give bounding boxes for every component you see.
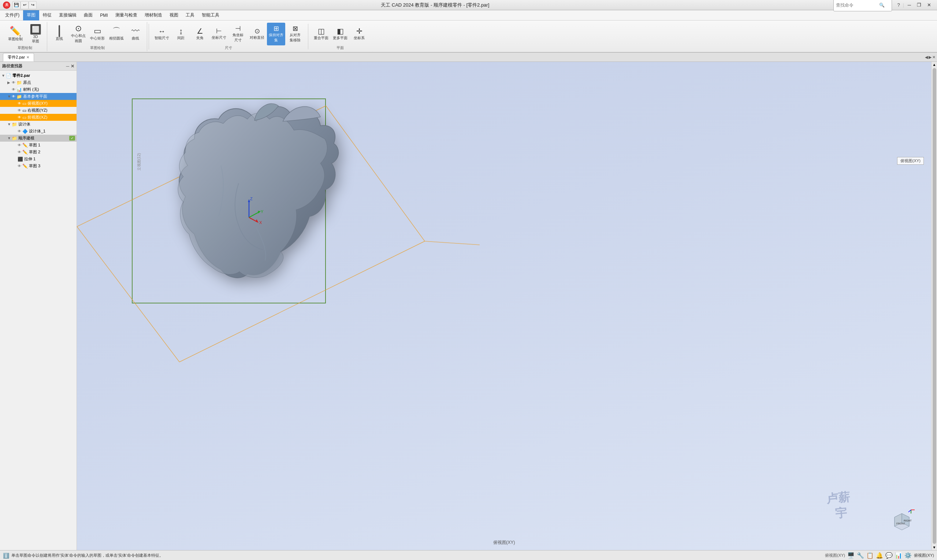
- app-icon: 天: [3, 2, 10, 9]
- ribbon-btn-coord-sys[interactable]: ✛ 坐标系: [350, 23, 368, 45]
- tab-next-btn[interactable]: ▶: [929, 55, 931, 60]
- ribbon-btn-remove-align[interactable]: ⊠ 从对齐集移除: [286, 23, 304, 45]
- eye-body1[interactable]: 👁: [18, 129, 21, 133]
- tree-item-xy-plane[interactable]: 👁 ▭ 俯视图(XY): [0, 100, 77, 107]
- tree-item-body1[interactable]: 👁 🔷 设计体_1: [0, 128, 77, 135]
- menu-tools[interactable]: 工具: [182, 10, 198, 20]
- sidebar-header: 路径查找器 ─ ✕: [0, 62, 77, 71]
- sys-icon-4[interactable]: 🔔: [876, 552, 883, 559]
- ribbon-btn-spacing[interactable]: ↨ 间距: [172, 23, 190, 45]
- tree-item-xz-plane[interactable]: 👁 ▭ 前视图(XZ): [0, 114, 77, 121]
- tree-item-sketch3[interactable]: 👁 ✏️ 草图 3: [0, 163, 77, 169]
- ribbon-btn-angular-coord[interactable]: ⊣ 角坐标尺寸: [229, 23, 247, 45]
- tab-prev-btn[interactable]: ◀: [925, 55, 928, 60]
- view-cube[interactable]: FRONT RIGHT: [887, 506, 917, 535]
- ribbon-btn-more-plane[interactable]: ◧ 更多平面: [331, 23, 349, 45]
- tree-item-extrude1[interactable]: ⬛ 拉伸 1: [0, 155, 77, 163]
- body1-icon: 🔷: [22, 129, 28, 134]
- tree-item-sketch1[interactable]: 👁 ✏️ 草图 1: [0, 142, 77, 149]
- eye-xy[interactable]: 👁: [18, 102, 21, 105]
- ribbon-btn-coincide-plane[interactable]: ◫ 重合平面: [312, 23, 330, 45]
- eye-material[interactable]: 👁: [12, 88, 15, 91]
- menu-sketch[interactable]: 草图: [23, 10, 39, 20]
- ribbon-group-draw-tools: 直线 ⊙ 中心和点画圆 ▭ 中心矩形 ⌒ 相切圆弧 〰 曲线 草图绘制: [48, 22, 147, 51]
- viewport[interactable]: Z Y X 俯视图(XY) 卢薪 宇 立视图(12): [77, 62, 931, 550]
- toggle-design-body[interactable]: ▼: [7, 122, 11, 126]
- ribbon-btn-keep-align[interactable]: ⊞ 保持对齐集: [267, 23, 285, 45]
- eye-sketch3[interactable]: 👁: [18, 164, 21, 168]
- sys-icon-6[interactable]: 📊: [895, 552, 902, 559]
- menu-smart-tools[interactable]: 智能工具: [198, 10, 223, 20]
- close-btn[interactable]: ✕: [924, 0, 934, 10]
- ribbon-btn-curve[interactable]: 〰 曲线: [126, 23, 145, 45]
- ribbon-btn-3d-sketch[interactable]: 🔲 3D草图: [26, 23, 45, 45]
- tab-close-all-btn[interactable]: ✕: [932, 55, 935, 60]
- search-input[interactable]: [836, 3, 876, 8]
- eye-sketch2[interactable]: 👁: [18, 150, 21, 154]
- tree-item-material[interactable]: 👁 📊 材料 (无): [0, 86, 77, 93]
- ribbon-btn-arc[interactable]: ⌒ 相切圆弧: [107, 23, 126, 45]
- eye-yz[interactable]: 👁: [18, 108, 21, 112]
- redo-btn[interactable]: ↪: [29, 1, 37, 9]
- help-btn[interactable]: ?: [895, 0, 902, 10]
- tree-item-yz-plane[interactable]: 👁 ▭ 右视图(YZ): [0, 107, 77, 114]
- sys-icon-1[interactable]: 🖥️: [847, 552, 855, 559]
- sidebar-close-btn[interactable]: ✕: [71, 64, 74, 69]
- scroll-up-btn[interactable]: ▲: [932, 63, 936, 67]
- sketch3-icon: ✏️: [22, 164, 28, 169]
- toggle-seq-model[interactable]: ▼: [7, 136, 11, 140]
- menu-feature[interactable]: 特征: [39, 10, 55, 20]
- menu-direct-edit[interactable]: 直接编辑: [55, 10, 80, 20]
- ribbon-btn-angle[interactable]: ∠ 夹角: [191, 23, 209, 45]
- toggle-ref-planes[interactable]: ▼: [7, 94, 11, 98]
- ribbon-btn-coord-dim[interactable]: ⊢ 坐标尺寸: [210, 23, 228, 45]
- ribbon-btn-sym-dia[interactable]: ⊙ 对称直径: [248, 23, 266, 45]
- tree-label-seq-model: 顺序建模: [18, 135, 34, 141]
- sys-icon-2[interactable]: 🔧: [857, 552, 864, 559]
- restore-btn[interactable]: ❐: [914, 0, 924, 10]
- toggle-origin[interactable]: ▶: [7, 80, 11, 85]
- ribbon-btn-line[interactable]: 直线: [50, 23, 68, 45]
- toggle-icon[interactable]: ▼: [2, 74, 5, 78]
- eye-sketch1[interactable]: 👁: [18, 143, 21, 147]
- ribbon-btn-rect[interactable]: ▭ 中心矩形: [88, 23, 106, 45]
- xz-icon: ▭: [22, 115, 26, 120]
- menu-surface[interactable]: 曲面: [80, 10, 96, 20]
- tree-item-design-body[interactable]: ▼ 📁 设计体: [0, 121, 77, 128]
- sidebar-minimize-btn[interactable]: ─: [66, 64, 69, 69]
- ribbon-btn-smart-dim[interactable]: ↔ 智能尺寸: [153, 23, 171, 45]
- tree-item-ref-planes[interactable]: ▼ 👁 📁 基本参考平面: [0, 93, 77, 100]
- tab-close-btn[interactable]: ✕: [26, 55, 29, 59]
- coord-dim-icon: ⊢: [216, 28, 222, 34]
- menu-file[interactable]: 文件(F): [2, 10, 23, 20]
- seq-model-icon: 📁: [12, 136, 17, 141]
- tree-label-yz: 右视图(YZ): [28, 108, 47, 113]
- eye-ref-planes[interactable]: 👁: [12, 94, 15, 98]
- right-scrollbar[interactable]: ▲ ▼: [931, 62, 937, 550]
- undo-btn[interactable]: ↩: [20, 1, 29, 9]
- command-search[interactable]: 🔍: [834, 0, 892, 11]
- tree-item-file[interactable]: ▼ 📄 零件2.par: [0, 72, 77, 79]
- sys-icon-7[interactable]: ⚙️: [905, 552, 912, 559]
- view-annotation: 立视图(12): [137, 153, 142, 171]
- eye-origin[interactable]: 👁: [12, 80, 15, 85]
- tree-item-seq-model[interactable]: ▼ 📁 顺序建模 ✓: [0, 135, 77, 142]
- ribbon-btn-sketch[interactable]: ✏️ 草图绘制: [5, 23, 26, 45]
- sys-icon-5[interactable]: 💬: [885, 552, 893, 559]
- sys-icon-3[interactable]: 📋: [866, 552, 874, 559]
- quick-access-btn[interactable]: 💾: [12, 1, 20, 9]
- menu-measure[interactable]: 测量与检查: [112, 10, 141, 20]
- menu-view[interactable]: 视图: [166, 10, 182, 20]
- menu-pmi[interactable]: PMI: [96, 10, 111, 20]
- menu-additive[interactable]: 增材制造: [141, 10, 166, 20]
- minimize-btn[interactable]: ─: [905, 0, 914, 10]
- tree-item-origin[interactable]: ▶ 👁 📁 原点: [0, 79, 77, 86]
- tree-item-sketch2[interactable]: 👁 ✏️ 草图 2: [0, 149, 77, 155]
- tab-part2[interactable]: 零件2.par ✕: [3, 53, 34, 62]
- eye-xz[interactable]: 👁: [18, 115, 21, 119]
- axis-svg: Z Y X: [234, 195, 264, 225]
- ribbon-btn-circle[interactable]: ⊙ 中心和点画圆: [69, 23, 88, 45]
- scroll-down-btn[interactable]: ▼: [932, 545, 936, 549]
- design-body-icon: 📁: [12, 122, 17, 127]
- scrollbar-thumb[interactable]: [932, 68, 936, 544]
